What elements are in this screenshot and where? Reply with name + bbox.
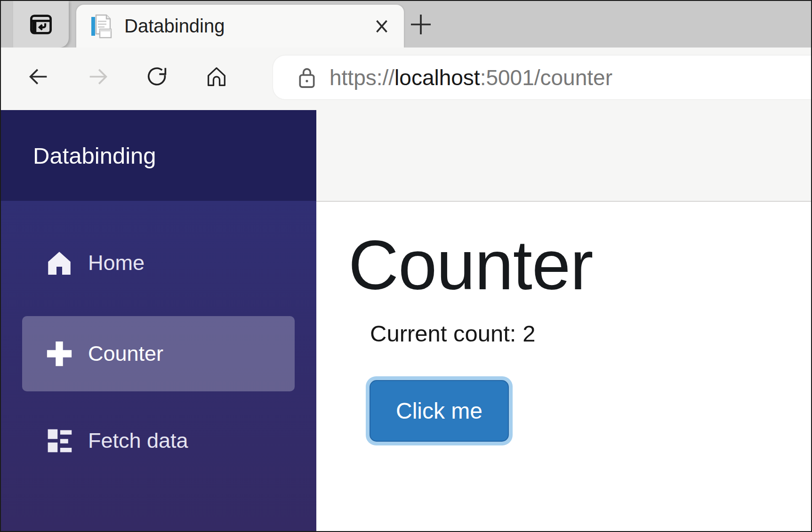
sidebar-item-fetch-data[interactable]: Fetch data <box>22 403 295 478</box>
tab-close-button[interactable] <box>369 14 394 39</box>
vertical-tabs-icon <box>29 12 53 37</box>
forward-button[interactable] <box>86 64 110 89</box>
main-content: Counter Current count: 2 Click me <box>316 202 811 531</box>
url-host: localhost <box>394 65 480 90</box>
click-me-button-face: Click me <box>370 380 509 442</box>
navigation-bar: https://localhost:5001/counter <box>1 48 811 110</box>
page-favicon-icon <box>88 13 113 40</box>
app-title: Databinding <box>33 143 156 169</box>
address-bar[interactable]: https://localhost:5001/counter <box>273 56 811 99</box>
current-count-text: Current count: 2 <box>370 320 535 347</box>
browser-window: Databinding <box>0 0 812 532</box>
sidebar-item-home[interactable]: Home <box>22 225 295 301</box>
list-rich-icon <box>44 425 75 456</box>
arrow-left-icon <box>26 64 51 89</box>
url-text: https://localhost:5001/counter <box>330 65 612 90</box>
click-me-button[interactable]: Click me <box>366 376 513 445</box>
tab-actions-button[interactable] <box>13 1 69 48</box>
sidebar-item-label: Counter <box>88 341 163 366</box>
refresh-icon <box>145 64 169 89</box>
home-button[interactable] <box>204 64 229 89</box>
sidebar-header: Databinding <box>1 110 316 201</box>
count-label: Current count: <box>370 321 516 346</box>
plus-bold-icon <box>44 338 75 369</box>
new-tab-button[interactable] <box>404 8 438 41</box>
refresh-button[interactable] <box>145 64 169 89</box>
tab-title: Databinding <box>124 16 225 37</box>
click-me-label: Click me <box>396 398 482 424</box>
sidebar-item-counter[interactable]: Counter <box>22 316 295 391</box>
sidebar-item-label: Fetch data <box>88 429 188 453</box>
arrow-right-icon <box>86 64 110 89</box>
app-sidebar: Databinding Home Counter <box>1 110 316 531</box>
browser-tab[interactable]: Databinding <box>76 5 404 48</box>
plus-icon <box>408 11 434 38</box>
lock-icon[interactable] <box>297 66 317 89</box>
url-scheme: https:// <box>330 65 394 90</box>
sidebar-item-label: Home <box>88 251 145 275</box>
count-value: 2 <box>523 321 535 346</box>
main-top-row <box>316 110 811 202</box>
house-icon <box>44 247 75 278</box>
home-icon <box>204 64 229 89</box>
tab-strip: Databinding <box>1 1 811 48</box>
url-path: :5001/counter <box>480 65 612 90</box>
back-button[interactable] <box>26 64 51 89</box>
page-title: Counter <box>348 225 593 305</box>
